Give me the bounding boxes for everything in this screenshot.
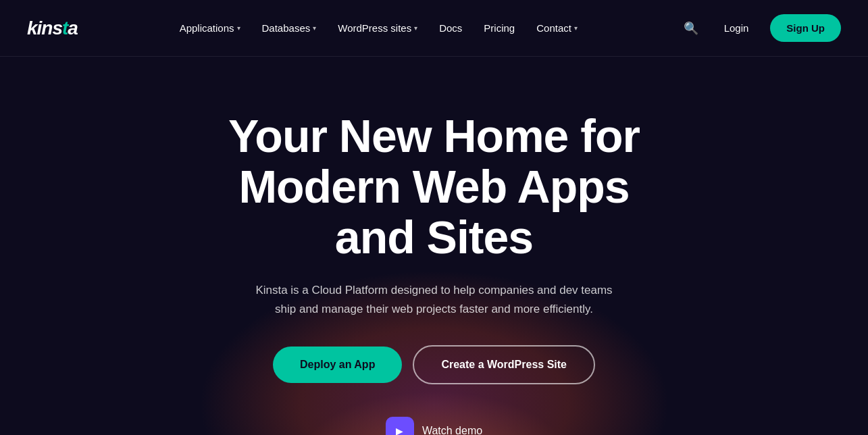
search-icon: 🔍: [684, 22, 698, 35]
login-label: Login: [724, 22, 749, 34]
play-icon: ▶: [386, 417, 414, 435]
signup-button[interactable]: Sign Up: [770, 14, 841, 42]
nav-contact-label: Contact: [536, 22, 571, 34]
nav-item-applications[interactable]: Applications ▾: [170, 17, 250, 39]
deploy-app-label: Deploy an App: [300, 359, 375, 370]
chevron-down-icon: ▾: [237, 24, 240, 32]
nav-item-pricing[interactable]: Pricing: [474, 17, 524, 39]
watch-demo-text: Watch demo: [422, 425, 482, 435]
hero-section: Your New Home for Modern Web Apps and Si…: [0, 57, 868, 435]
hero-subtitle: Kinsta is a Cloud Platform designed to h…: [252, 281, 617, 317]
nav-item-wordpress[interactable]: WordPress sites ▾: [328, 17, 427, 39]
deploy-app-button[interactable]: Deploy an App: [273, 347, 402, 383]
chevron-down-icon: ▾: [313, 24, 316, 32]
signup-label: Sign Up: [786, 22, 825, 34]
create-wordpress-label: Create a WordPress Site: [441, 359, 567, 370]
nav-pricing-label: Pricing: [484, 22, 515, 34]
search-button[interactable]: 🔍: [680, 17, 703, 40]
watch-demo-link[interactable]: ▶ Watch demo: [386, 417, 482, 435]
nav-wordpress-label: WordPress sites: [338, 22, 411, 34]
hero-title: Your New Home for Modern Web Apps and Si…: [211, 111, 657, 262]
nav-applications-label: Applications: [180, 22, 234, 34]
login-button[interactable]: Login: [713, 17, 760, 39]
create-wordpress-button[interactable]: Create a WordPress Site: [413, 345, 595, 384]
nav-databases-label: Databases: [262, 22, 311, 34]
chevron-down-icon: ▾: [414, 24, 417, 32]
nav-item-docs[interactable]: Docs: [430, 17, 471, 39]
nav-links: Applications ▾ Databases ▾ WordPress sit…: [170, 17, 587, 39]
nav-item-contact[interactable]: Contact ▾: [527, 17, 587, 39]
hero-buttons: Deploy an App Create a WordPress Site: [273, 345, 595, 384]
navbar: kinsta Applications ▾ Databases ▾ WordPr…: [0, 0, 868, 57]
nav-item-databases[interactable]: Databases ▾: [253, 17, 326, 39]
logo[interactable]: kinsta: [27, 18, 78, 39]
nav-right: 🔍 Login Sign Up: [680, 14, 841, 42]
nav-docs-label: Docs: [439, 22, 462, 34]
chevron-down-icon: ▾: [574, 24, 578, 32]
logo-text: kinsta: [27, 18, 78, 39]
